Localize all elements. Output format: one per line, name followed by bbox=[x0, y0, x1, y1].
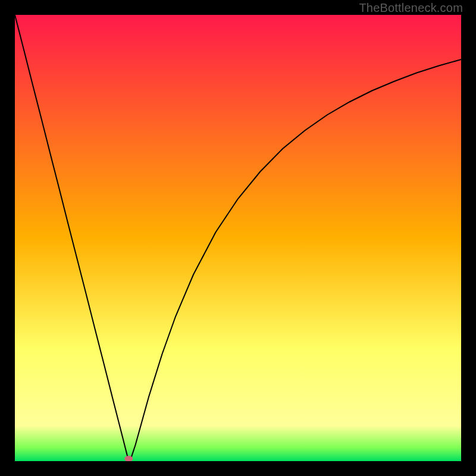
chart-frame: TheBottleneck.com bbox=[0, 0, 476, 476]
watermark-text: TheBottleneck.com bbox=[359, 1, 463, 15]
plot-area bbox=[15, 15, 461, 461]
chart-svg bbox=[15, 15, 461, 461]
